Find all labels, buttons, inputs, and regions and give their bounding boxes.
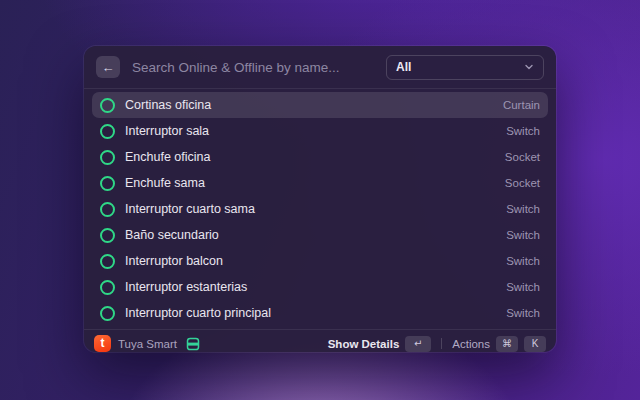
list-item[interactable]: Interruptor sala Switch [92, 118, 548, 144]
list-item[interactable]: Cortinas oficina Curtain [92, 92, 548, 118]
search-header: ← All [84, 46, 556, 89]
device-type-badge: Switch [506, 229, 540, 241]
status-ring-icon [100, 98, 115, 113]
list-item[interactable]: Enchufe oficina Socket [92, 144, 548, 170]
device-type-badge: Curtain [503, 99, 540, 111]
list-item[interactable]: Interruptor estanterias Switch [92, 274, 548, 300]
show-details-button[interactable]: Show Details ↵ [328, 336, 432, 352]
device-name: Baño secundario [125, 228, 219, 242]
status-ring-icon [100, 228, 115, 243]
device-name: Cortinas oficina [125, 98, 211, 112]
back-arrow-icon: ← [102, 61, 115, 74]
filter-selected-value: All [396, 60, 411, 74]
footer-bar: t Tuya Smart Show Details ↵ Actions ⌘ K [84, 329, 556, 357]
device-type-badge: Switch [506, 125, 540, 137]
device-name: Interruptor balcon [125, 254, 223, 268]
chevron-down-icon [524, 62, 534, 72]
list-item[interactable]: Interruptor cuarto sama Switch [92, 196, 548, 222]
actions-label: Actions [452, 338, 490, 350]
device-type-badge: Socket [505, 177, 540, 189]
list-item[interactable]: Interruptor balcon Switch [92, 248, 548, 274]
return-key-icon: ↵ [405, 336, 431, 352]
device-type-badge: Switch [506, 281, 540, 293]
device-name: Interruptor cuarto principal [125, 306, 271, 320]
status-ring-icon [100, 254, 115, 269]
list-item[interactable]: Interruptor cuarto principal Switch [92, 300, 548, 326]
device-type-badge: Switch [506, 203, 540, 215]
device-name: Enchufe sama [125, 176, 205, 190]
device-type-badge: Switch [506, 307, 540, 319]
device-type-badge: Socket [505, 151, 540, 163]
back-button[interactable]: ← [96, 56, 120, 78]
status-ring-icon [100, 176, 115, 191]
device-name: Interruptor sala [125, 124, 209, 138]
device-name: Enchufe oficina [125, 150, 210, 164]
device-type-badge: Switch [506, 255, 540, 267]
list-item[interactable]: Enchufe sama Socket [92, 170, 548, 196]
status-ring-icon [100, 280, 115, 295]
status-ring-icon [100, 306, 115, 321]
device-name: Interruptor estanterias [125, 280, 247, 294]
actions-button[interactable]: Actions ⌘ K [452, 336, 546, 352]
launcher-window: ← All Cortinas oficina Curtain Interrupt… [84, 46, 556, 352]
command-key-icon: ⌘ [496, 336, 518, 352]
status-ring-icon [100, 202, 115, 217]
search-input[interactable] [132, 60, 374, 75]
device-list: Cortinas oficina Curtain Interruptor sal… [84, 89, 556, 329]
list-item[interactable]: Baño secundario Switch [92, 222, 548, 248]
device-icon [186, 337, 200, 351]
footer-divider [441, 338, 442, 349]
k-key-icon: K [524, 336, 546, 352]
device-name: Interruptor cuarto sama [125, 202, 255, 216]
filter-dropdown[interactable]: All [386, 55, 544, 80]
tuya-logo: t [94, 335, 111, 352]
status-ring-icon [100, 124, 115, 139]
status-ring-icon [100, 150, 115, 165]
extension-name: Tuya Smart [118, 338, 177, 350]
show-details-label: Show Details [328, 338, 400, 350]
